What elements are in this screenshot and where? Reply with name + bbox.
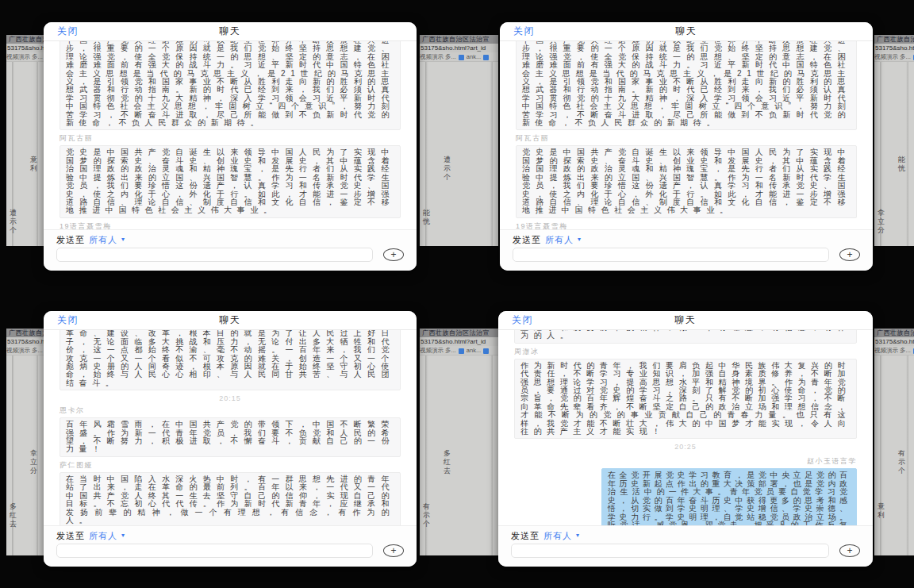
page-text-fragment: 意利 bbox=[30, 156, 39, 173]
close-button[interactable]: 关闭 bbox=[512, 311, 533, 329]
chat-header: 关闭聊天 bbox=[44, 311, 417, 330]
add-attachment-button[interactable]: + bbox=[839, 544, 860, 557]
browser-tab-title: 广西壮族自治区法治宣 bbox=[6, 35, 44, 44]
bookmark-label: 视频演示 多... bbox=[874, 347, 911, 354]
page-text-fragment: 意利 bbox=[878, 502, 886, 520]
browser-url-fragment: 53175&sho.html?art_id bbox=[874, 337, 914, 346]
plus-icon: + bbox=[847, 250, 852, 259]
message-input[interactable] bbox=[511, 544, 829, 558]
browser-page-content: 拿立分多红去 bbox=[6, 355, 44, 555]
close-button[interactable]: 关闭 bbox=[57, 311, 79, 329]
messages-area[interactable]: 谋幸福。回望百年奋斗历程，我们党始终带领人民进行革命、建设、改革，根本目的就是为… bbox=[44, 330, 417, 525]
message-item: 中国共产党久经磨难仍可以屹立世界并不断发展壮大进步，很重要的一个原因就是我们党始… bbox=[60, 41, 401, 130]
send-to-row: 发送至所有人▾ bbox=[56, 233, 404, 246]
browser-page-content: 意利遭示个 bbox=[6, 62, 44, 246]
message-item: 恩卡尔百年风霜雪雨，在中国共产党的带领下，中国不断繁荣强盛。作为新一代青年党员，… bbox=[60, 405, 401, 457]
message-bubble: 党史是中国共产党自诞生以来领导中国人民为了实现中国梦的探索史、奋斗史、创业史和发… bbox=[516, 145, 857, 217]
message-bubble: 作为新时代的青年，我们要肩负起中华民族伟大复兴的时代责任，不断学习专业知识，加强… bbox=[514, 359, 857, 440]
chat-window-top-left: 关闭聊天中国共产党久经磨难仍可以屹立世界并不断发展壮大进步，很重要的一个原因就是… bbox=[44, 22, 417, 271]
message-bubble: 在当时中国陷入水深火热中时，有一群思想先进的青年站了出来，走在革命的最前列。百年… bbox=[60, 472, 401, 525]
send-to-row: 发送至所有人▾ bbox=[511, 529, 860, 542]
chat-footer: 发送至所有人▾+ bbox=[500, 229, 873, 271]
messages-area[interactable]: 中国共产党久经磨难仍可以屹立世界并不断发展壮大进步，很重要的一个原因就是我们党始… bbox=[500, 41, 873, 229]
bookmark-favicon-icon bbox=[483, 55, 489, 60]
chevron-down-icon[interactable]: ▾ bbox=[576, 532, 580, 539]
message-bubble: 谋幸福。回望百年奋斗历程，我们党始终带领人民进行革命、建设、改革，根本目的就是为… bbox=[60, 330, 401, 390]
send-to-row: 发送至所有人▾ bbox=[56, 529, 404, 542]
bookmark-label: 视频演示 多... bbox=[420, 347, 456, 354]
browser-tab-title: 广西壮族自治区法治宣 bbox=[420, 35, 498, 44]
send-to-label: 发送至 bbox=[511, 530, 540, 542]
message-bubble: 中国共产党久经磨难仍可以屹立世界并不断发展壮大进步，很重要的一个原因就是我们党始… bbox=[60, 41, 401, 130]
browser-bookmarks-bar: 视频演示 多...ank... bbox=[6, 52, 44, 62]
message-bubble: 在全党开展党史学习教育，是党中央立足党的百年历史新起点作出的重大决策部署，也是党… bbox=[601, 468, 857, 525]
message-input[interactable] bbox=[56, 248, 373, 262]
timestamp: 20:15 bbox=[60, 394, 401, 402]
add-attachment-button[interactable]: + bbox=[839, 248, 860, 261]
close-button[interactable]: 关闭 bbox=[57, 22, 79, 40]
recipient-selector[interactable]: 所有人 bbox=[545, 234, 574, 246]
background-browser-window: 广西壮族自治区法治宣53175&sho.html?art_id视频演示 多...… bbox=[420, 35, 498, 246]
browser-page-content: 遭示个能恍 bbox=[420, 62, 498, 246]
sender-name: 阿瓦古丽 bbox=[60, 133, 401, 144]
browser-tab-title: 广西壮族自治区法治宣 bbox=[6, 329, 44, 337]
background-browser-window: 广西壮族自治区法治宣53175&sho.html?art_id视频演示 多...… bbox=[420, 329, 498, 555]
add-attachment-button[interactable]: + bbox=[383, 544, 404, 557]
chat-title: 聊天 bbox=[219, 313, 241, 327]
message-item: 19语言聂雪梅回首中国共产党从成立到现在经历的百年风雨历程，伟大的中国共产党在祖… bbox=[60, 221, 401, 229]
recipient-selector[interactable]: 所有人 bbox=[543, 530, 572, 542]
message-item: 应继承和发扬前辈的精神，做一个有理想，有信念，有作为的人。 bbox=[514, 330, 857, 344]
message-item: 赵小玉语言学在全党开展党史学习教育，是党中央立足党的百年历史新起点作出的重大决策… bbox=[514, 453, 857, 525]
recipient-selector[interactable]: 所有人 bbox=[89, 530, 117, 542]
chat-footer: 发送至所有人▾+ bbox=[498, 525, 873, 567]
chat-title: 聊天 bbox=[675, 25, 697, 38]
browser-url-fragment: 53175&sho.html?art_id bbox=[874, 44, 914, 52]
message-bubble: 党史是中国共产党自诞生以来领导中国人民为了实现中国梦的探索史、奋斗史、创业史和发… bbox=[60, 145, 401, 217]
message-input[interactable] bbox=[56, 544, 373, 558]
chat-footer: 发送至所有人▾+ bbox=[44, 525, 417, 567]
messages-area[interactable]: 应继承和发扬前辈的精神，做一个有理想，有信念，有作为的人。周澈冰作为新时代的青年… bbox=[498, 330, 873, 525]
browser-url-fragment: 53175&sho.html?art_id bbox=[420, 44, 498, 52]
message-input[interactable] bbox=[513, 248, 829, 262]
bookmark-label: 视频演示 多... bbox=[420, 53, 456, 60]
sender-name: 周澈冰 bbox=[514, 347, 857, 357]
send-to-label: 发送至 bbox=[56, 530, 85, 542]
browser-bookmarks-bar: 视频演示 多...ank... bbox=[874, 346, 914, 355]
timestamp: 20:25 bbox=[514, 443, 857, 451]
bookmark-label: ank... bbox=[467, 347, 481, 354]
page-text-fragment: 有示个 bbox=[898, 449, 907, 475]
bookmark-label: 视频演示 多... bbox=[6, 53, 43, 60]
bookmark-label: ank... bbox=[467, 53, 481, 60]
message-bubble: 百年风霜雪雨，在中国共产党的带领下，中国不断繁荣强盛。作为新一代青年党员，我们要… bbox=[60, 417, 401, 457]
browser-bookmarks-bar: 视频演示 多...ank... bbox=[874, 52, 914, 62]
send-to-row: 发送至所有人▾ bbox=[513, 233, 860, 246]
sender-name: 萨仁图娅 bbox=[60, 460, 401, 471]
browser-url-fragment: 53175&sho.html?art_id bbox=[6, 337, 44, 346]
page-text-fragment: 遭示个 bbox=[10, 209, 18, 235]
recipient-selector[interactable]: 所有人 bbox=[89, 234, 117, 246]
chevron-down-icon[interactable]: ▾ bbox=[578, 236, 582, 243]
bookmark-favicon-icon bbox=[483, 348, 489, 354]
chevron-down-icon[interactable]: ▾ bbox=[121, 532, 125, 539]
plus-icon: + bbox=[390, 546, 396, 555]
close-button[interactable]: 关闭 bbox=[513, 22, 535, 40]
messages-scroller: 应继承和发扬前辈的精神，做一个有理想，有信念，有作为的人。周澈冰作为新时代的青年… bbox=[514, 330, 857, 525]
bookmark-favicon-icon bbox=[459, 55, 464, 60]
chat-header: 关闭聊天 bbox=[44, 22, 417, 41]
page-text-fragment: 多红去 bbox=[444, 449, 452, 475]
browser-page-content: 多红去有示个 bbox=[420, 355, 498, 555]
message-item: 谋幸福。回望百年奋斗历程，我们党始终带领人民进行革命、建设、改革，根本目的就是为… bbox=[60, 330, 401, 390]
chevron-down-icon[interactable]: ▾ bbox=[121, 236, 125, 243]
messages-scroller: 中国共产党久经磨难仍可以屹立世界并不断发展壮大进步，很重要的一个原因就是我们党始… bbox=[516, 41, 857, 229]
bookmark-label: 视频演示 多... bbox=[874, 53, 911, 60]
desktop-background: { "colors":{"accent_blue":"#3c7bf0","own… bbox=[0, 0, 914, 588]
messages-area[interactable]: 中国共产党久经磨难仍可以屹立世界并不断发展壮大进步，很重要的一个原因就是我们党始… bbox=[44, 41, 417, 229]
page-text-fragment: 能恍 bbox=[898, 156, 907, 173]
plus-icon: + bbox=[390, 250, 396, 259]
chat-window-bottom-right: 关闭聊天应继承和发扬前辈的精神，做一个有理想，有信念，有作为的人。周澈冰作为新时… bbox=[498, 311, 873, 567]
chat-title: 聊天 bbox=[219, 25, 241, 38]
page-text-fragment: 拿立分 bbox=[30, 449, 39, 475]
add-attachment-button[interactable]: + bbox=[383, 248, 404, 261]
browser-tab-title: 广西壮族自治区法治宣 bbox=[420, 329, 498, 337]
sender-name: 赵小玉语言学 bbox=[807, 456, 857, 467]
